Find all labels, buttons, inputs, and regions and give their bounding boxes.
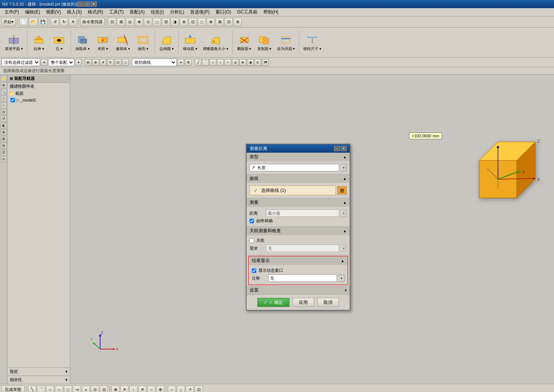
- command-finder-button[interactable]: 命令查找器: [80, 18, 105, 26]
- btm-tool-cross[interactable]: +: [82, 386, 90, 392]
- snap-tool3[interactable]: ∩: [210, 59, 216, 66]
- btm-tool-trim[interactable]: ⊡: [100, 386, 108, 392]
- tool12[interactable]: ⊕: [207, 18, 215, 26]
- cancel-button[interactable]: 取消: [317, 298, 339, 307]
- sel-tool6[interactable]: □: [122, 59, 129, 66]
- menu-view[interactable]: 视图(V): [43, 8, 64, 16]
- menu-tools[interactable]: 工具(T): [106, 8, 127, 16]
- tool7[interactable]: ⊟: [162, 18, 170, 26]
- require-combo[interactable]: 无: [266, 245, 339, 252]
- menu-insert[interactable]: 插入(S): [64, 8, 85, 16]
- tool8[interactable]: ◑: [171, 18, 179, 26]
- tool11[interactable]: □: [198, 18, 206, 26]
- tool15[interactable]: ⊛: [233, 18, 242, 26]
- result-display-collapse[interactable]: ▲: [341, 259, 344, 263]
- snap-tool7[interactable]: ⊕: [239, 59, 246, 66]
- btm-tool-dim2[interactable]: ↕: [177, 386, 185, 392]
- always-accurate-checkbox[interactable]: [250, 219, 254, 223]
- btm-tool-rect[interactable]: ∩: [55, 386, 63, 392]
- menu-gc[interactable]: GC工具箱: [234, 8, 260, 16]
- unite-button[interactable]: + 求和 ▾: [93, 29, 112, 56]
- btm-tool-con1[interactable]: ⊕: [111, 386, 120, 392]
- relevance-arrow[interactable]: ▾: [65, 377, 68, 382]
- preview-arrow[interactable]: ▾: [65, 369, 68, 374]
- tool10[interactable]: ⊡: [189, 18, 197, 26]
- select-curve-button[interactable]: ✓ 选择曲线 (1): [250, 186, 336, 195]
- snap-tool9[interactable]: ⊙: [254, 59, 261, 66]
- menu-edit[interactable]: 编辑(E): [22, 8, 43, 16]
- btm-tool-con2[interactable]: ✕: [120, 386, 129, 392]
- btm-tool-arc[interactable]: ⌒: [37, 386, 45, 392]
- type-combo[interactable]: ↗ 长度: [250, 164, 339, 171]
- move-face-button[interactable]: 移动面 ▾: [181, 29, 199, 56]
- tool4[interactable]: ⊕: [135, 18, 143, 26]
- btm-tool-dim3[interactable]: ↗: [186, 386, 194, 392]
- left-tool-4[interactable]: □: [1, 96, 7, 102]
- btm-tool-dim4[interactable]: ⊡: [195, 386, 203, 392]
- delete-face-button[interactable]: 删除面 ▾: [235, 29, 254, 56]
- measurement-section-header[interactable]: 测量 ▲: [247, 198, 350, 207]
- model2-checkbox[interactable]: [10, 98, 15, 102]
- btm-tool-con6[interactable]: ⊕: [156, 386, 164, 392]
- tool13[interactable]: ⊞: [216, 18, 224, 26]
- dialog-close[interactable]: ✕: [341, 146, 347, 151]
- snap-tool6[interactable]: ◎: [232, 59, 239, 66]
- new-button[interactable]: 📄: [19, 18, 28, 26]
- require-combo-arrow[interactable]: ▾: [341, 245, 347, 252]
- tool1[interactable]: ⊡: [108, 18, 116, 26]
- filter-combo[interactable]: 没有选择过滤器: [1, 59, 40, 66]
- snap-tool4[interactable]: ○: [217, 59, 224, 66]
- left-tool-9[interactable]: ⊕: [1, 129, 7, 135]
- annotation-combo-arrow[interactable]: ▾: [338, 274, 344, 282]
- sel-tool5[interactable]: ⊡: [115, 59, 121, 66]
- trim-button[interactable]: 修剪体 ▾: [114, 29, 132, 56]
- distance-combo-arrow[interactable]: ▾: [341, 209, 347, 217]
- menu-file[interactable]: 文件(F): [1, 8, 22, 16]
- preview-panel[interactable]: 预览 ▾: [7, 367, 70, 376]
- assembly-arrow[interactable]: ▾: [75, 59, 82, 66]
- relevance-panel[interactable]: 相依性 ▾: [7, 376, 70, 384]
- menu-assembly[interactable]: 装配(A): [127, 8, 148, 16]
- left-tool-12[interactable]: ☰: [1, 149, 7, 155]
- left-tool-2[interactable]: ⊕: [1, 82, 7, 88]
- associative-section-header[interactable]: 关联测量和检查 ▲: [247, 227, 350, 235]
- snap-tool2[interactable]: ⌒: [202, 59, 209, 66]
- snap-arrow[interactable]: ▾: [177, 59, 184, 66]
- copy-face-button[interactable]: 复制面 ▾: [255, 29, 274, 56]
- open-button[interactable]: 📂: [29, 18, 38, 26]
- start-button[interactable]: 开始▾: [1, 18, 16, 26]
- ok-button[interactable]: ✓ ✓ 确定: [257, 298, 289, 307]
- snap-tool5[interactable]: +: [225, 59, 231, 66]
- curve-section-header[interactable]: 曲线 ▲: [247, 174, 350, 183]
- redo-button[interactable]: ↻: [60, 18, 68, 26]
- btm-tool-con3[interactable]: ↑: [129, 386, 137, 392]
- hole-button[interactable]: 孔 ▾: [50, 29, 68, 56]
- linear-dim-button[interactable]: 线性尺寸 ▾: [301, 29, 323, 56]
- tool9[interactable]: ⊛: [180, 18, 188, 26]
- associate-checkbox[interactable]: [250, 239, 254, 243]
- undo-button[interactable]: ↺: [51, 18, 59, 26]
- left-tool-1[interactable]: ⭐: [1, 75, 7, 81]
- sel-tool2[interactable]: ⊕: [92, 59, 99, 66]
- filter-arrow[interactable]: ▾: [41, 59, 47, 66]
- tool3[interactable]: ◎: [126, 18, 134, 26]
- finish-sketch-button[interactable]: 完成草图: [1, 386, 25, 392]
- curve-collapse[interactable]: ▲: [343, 177, 347, 181]
- apply-button[interactable]: 应用: [293, 298, 314, 307]
- edge-fillet-button[interactable]: 边倒圆 ▾: [157, 29, 176, 56]
- curve-options-button[interactable]: ⊞: [337, 186, 347, 195]
- snap-tool8[interactable]: ◑: [247, 59, 254, 66]
- menu-window[interactable]: 窗口(O): [213, 8, 234, 16]
- tool2[interactable]: ⊞: [117, 18, 125, 26]
- measurement-collapse[interactable]: ▲: [343, 200, 347, 205]
- distance-combo[interactable]: 最小值: [266, 209, 339, 217]
- snap-combo[interactable]: 相切曲线: [132, 59, 177, 66]
- left-tool-11[interactable]: ⊟: [1, 143, 7, 149]
- type-collapse[interactable]: ▲: [343, 155, 347, 159]
- settings-header[interactable]: 设置 ▾: [247, 286, 350, 295]
- btm-tool-dim1[interactable]: ↔: [168, 386, 176, 392]
- btm-tool-circle[interactable]: ○: [46, 386, 54, 392]
- sel-tool1[interactable]: ⊞: [85, 59, 92, 66]
- coplanar-button[interactable]: 设为共面 ▾: [275, 29, 297, 56]
- left-tool-8[interactable]: ◐: [1, 122, 7, 128]
